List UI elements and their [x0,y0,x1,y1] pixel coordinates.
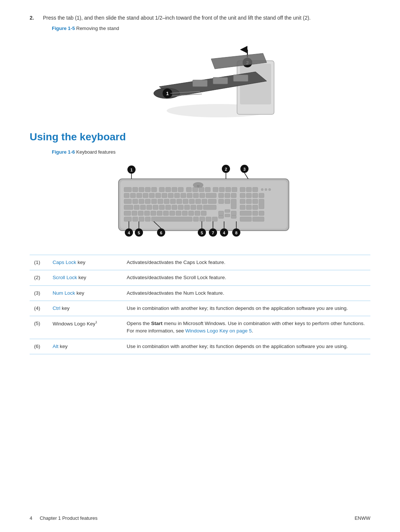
row-2-desc: Activates/deactivates the Scroll Lock fe… [122,270,370,285]
figure-caption: Removing the stand [76,26,119,31]
table-row: (6) Alt key Use in combination with anot… [30,339,370,354]
svg-rect-54 [206,193,216,198]
table-row: (4) Ctrl key Use in combination with ano… [30,301,370,316]
row-4-num: (4) [30,301,48,316]
footer-left: 4 Chapter 1 Product features [30,515,97,521]
table-row: (3) Num Lock key Activates/deactivates t… [30,285,370,301]
figure-1-6-label-text: Figure 1-6 [52,149,75,155]
row-3-key: Num Lock key [48,285,122,301]
svg-rect-33 [226,187,231,192]
svg-rect-20 [139,187,144,192]
svg-rect-51 [187,193,192,198]
svg-rect-118 [124,217,131,221]
bold-start: Start [151,321,163,326]
svg-text:6: 6 [160,231,162,235]
svg-rect-53 [200,193,205,198]
svg-rect-87 [153,205,158,210]
svg-rect-104 [157,211,162,215]
svg-rect-96 [240,205,245,210]
step-2: 2. Press the tab (1), and then slide the… [30,15,370,21]
svg-rect-78 [231,199,236,209]
row-5-num: (5) [30,316,48,339]
svg-rect-68 [164,199,169,204]
svg-rect-69 [170,199,176,204]
row-6-num: (6) [30,339,48,354]
svg-rect-109 [189,211,194,215]
svg-rect-129 [231,215,236,218]
svg-rect-80 [246,199,251,204]
svg-rect-21 [145,187,150,192]
svg-rect-59 [246,193,251,198]
svg-rect-72 [189,199,194,204]
svg-rect-121 [145,217,150,221]
windows-logo-key-link[interactable]: Windows Logo Key on page 5 [185,328,251,334]
svg-rect-100 [132,211,137,215]
svg-rect-77 [225,199,230,204]
svg-rect-50 [181,193,186,198]
keyboard-svg: ω [96,158,304,244]
svg-rect-26 [178,187,183,192]
page-number: 4 [30,515,32,521]
table-row: (5) Windows Logo Key1 Opens the Start me… [30,316,370,339]
svg-rect-85 [140,205,146,210]
svg-rect-66 [151,199,157,204]
chapter-title: Chapter 1 Product features [40,515,97,521]
svg-rect-79 [240,199,245,204]
footer-right: ENWW [354,515,370,521]
svg-rect-103 [151,211,156,215]
svg-rect-48 [168,193,173,198]
svg-rect-108 [182,211,187,215]
svg-rect-22 [151,187,157,192]
svg-rect-76 [219,199,224,204]
svg-text:7: 7 [212,231,214,235]
svg-rect-46 [156,193,161,198]
svg-rect-123 [193,217,199,221]
svg-rect-60 [253,193,258,198]
svg-rect-83 [124,205,133,210]
row-4-desc: Use in combination with another key; its… [122,301,370,316]
svg-text:2: 2 [225,167,227,171]
svg-rect-25 [172,187,177,192]
svg-rect-82 [259,199,264,209]
row-2-num: (2) [30,270,48,285]
svg-rect-86 [147,205,152,210]
svg-rect-7 [233,75,248,81]
svg-text:8: 8 [235,231,237,235]
svg-rect-6 [213,77,228,84]
table-row: (2) Scroll Lock key Activates/deactivate… [30,270,370,285]
svg-rect-31 [213,187,218,192]
svg-text:1: 1 [166,91,169,96]
svg-rect-75 [208,199,216,204]
svg-rect-74 [202,199,207,204]
row-6-key: Alt key [48,339,122,354]
figure-1-6-caption: Keyboard features [76,149,116,155]
svg-point-39 [265,188,267,191]
svg-rect-101 [138,211,143,215]
svg-rect-81 [253,199,258,204]
svg-rect-35 [240,187,245,192]
svg-rect-120 [139,217,144,221]
svg-rect-127 [219,215,224,218]
svg-point-40 [269,188,271,191]
svg-text:1: 1 [130,168,133,172]
svg-rect-126 [212,217,217,221]
svg-rect-89 [166,205,171,210]
svg-rect-70 [177,199,182,204]
svg-rect-44 [143,193,148,198]
svg-rect-130 [240,217,251,221]
row-5-key: Windows Logo Key1 [48,316,122,339]
svg-rect-67 [158,199,163,204]
features-table: (1) Caps Lock key Activates/deactivates … [30,255,370,354]
svg-rect-88 [159,205,164,210]
svg-rect-56 [225,193,230,198]
svg-rect-110 [195,211,200,215]
row-1-key: Caps Lock key [48,255,122,270]
svg-rect-128 [225,214,230,217]
row-6-desc: Use in combination with another key; its… [122,339,370,354]
svg-rect-131 [253,217,264,221]
svg-point-38 [261,188,263,191]
svg-rect-49 [174,193,180,198]
footnote-superscript: 1 [96,320,97,324]
row-3-desc: Activates/deactivates the Num Lock featu… [122,285,370,301]
svg-text:5: 5 [201,231,203,235]
